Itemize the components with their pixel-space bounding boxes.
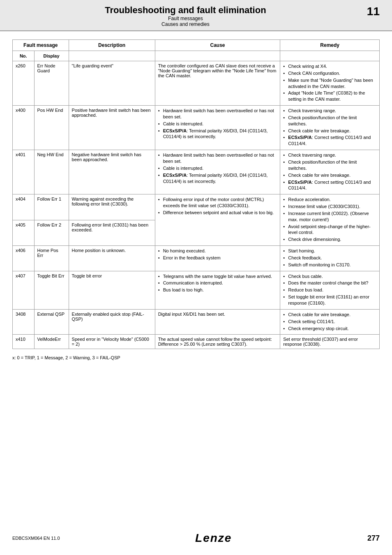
row-display: Toggle Bit Err [34, 271, 69, 309]
table-row: x407 Toggle Bit Err Toggle bit error Tel… [13, 271, 380, 309]
row-cause: Digital input X6/DI1 has been set. [155, 309, 280, 335]
table-row: x406 Home Pos Err Home position is unkno… [13, 246, 380, 271]
table-row: 3408 External QSP Externally enabled qui… [13, 309, 380, 335]
row-no: x410 [13, 335, 35, 349]
col-fault-message: Fault message [13, 40, 69, 51]
row-remedy: Start homing. Check feedback. Switch off… [280, 246, 380, 271]
row-no: x260 [13, 61, 35, 106]
row-no: x405 [13, 220, 35, 245]
row-display: Neg HW End [34, 150, 69, 194]
col-cause: Cause [155, 40, 280, 51]
row-remedy: Check traversing range. Check position/f… [280, 150, 380, 194]
row-cause: No homing executed. Error in the feedbac… [155, 246, 280, 271]
fault-table: Fault message Description Cause Remedy N… [12, 39, 380, 349]
col-display: Display [34, 51, 69, 61]
row-no: x400 [13, 106, 35, 150]
row-desc: Following error limit (C3031) has been e… [69, 220, 155, 245]
table-row: x401 Neg HW End Negative hardware limit … [13, 150, 380, 194]
table-row: x400 Pos HW End Positive hardware limit … [13, 106, 380, 150]
row-desc: Externally enabled quick stop (FAIL-QSP) [69, 309, 155, 335]
row-cause: The actual speed value cannot follow the… [155, 335, 280, 349]
row-no: x401 [13, 150, 35, 194]
row-remedy: Set error threshold (C3037) and error re… [280, 335, 380, 349]
chapter-number: 11 [359, 5, 380, 18]
row-no: 3408 [13, 309, 35, 335]
row-desc: Home position is unknown. [69, 246, 155, 271]
row-remedy: Check cable for wire breakage. Check set… [280, 309, 380, 335]
col-no: No. [13, 51, 35, 61]
row-remedy: Check traversing range. Check position/f… [280, 106, 380, 150]
page-number-footer: 277 [367, 534, 380, 543]
doc-id: EDBCSXM064 EN 11.0 [12, 536, 60, 541]
row-cause: Hardware limit switch has been overtrave… [155, 150, 280, 194]
row-remedy: Check bus cable. Does the master control… [280, 271, 380, 309]
lenze-logo: Lenze [195, 532, 232, 545]
row-display: Home Pos Err [34, 246, 69, 271]
page-header: Troubleshooting and fault elimination Fa… [0, 0, 392, 31]
row-cause: Hardware limit switch has been overtrave… [155, 106, 280, 150]
row-desc: Speed error in "Velocity Mode" (C5000 = … [69, 335, 155, 349]
row-display: Pos HW End [34, 106, 69, 150]
row-no: x407 [13, 271, 35, 309]
row-desc: Positive hardware limit switch has been … [69, 106, 155, 150]
row-desc: Warning against exceeding the following … [69, 194, 155, 220]
footer-note: x: 0 = TRIP, 1 = Message, 2 = Warning, 3… [12, 355, 380, 360]
table-row: x410 VelModeErr Speed error in "Velocity… [13, 335, 380, 349]
row-desc: Negative hardware limit switch has been … [69, 150, 155, 194]
col-remedy: Remedy [280, 40, 380, 51]
row-no: x406 [13, 246, 35, 271]
row-display: Follow Err 1 [34, 194, 69, 220]
row-desc: Toggle bit error [69, 271, 155, 309]
row-display: VelModeErr [34, 335, 69, 349]
row-cause: Telegrams with the same toggle bit value… [155, 271, 280, 309]
page-content: Fault message Description Cause Remedy N… [0, 31, 392, 368]
row-remedy: Check wiring at X4. Check CAN configurat… [280, 61, 380, 106]
row-no: x404 [13, 194, 35, 220]
table-row: x404 Follow Err 1 Warning against exceed… [13, 194, 380, 220]
row-cause: The controller configured as CAN slave d… [155, 61, 280, 106]
col-description: Description [69, 40, 155, 51]
page-subtitle1: Fault messages [168, 16, 203, 21]
page-subtitle2: Causes and remedies [161, 21, 210, 27]
row-desc: "Life guarding event" [69, 61, 155, 106]
page-title: Troubleshooting and fault elimination [105, 5, 266, 16]
row-display: External QSP [34, 309, 69, 335]
row-remedy: Reduce acceleration. Increase limit valu… [280, 194, 380, 246]
table-row: x260 Err Node Guard "Life guarding event… [13, 61, 380, 106]
row-display: Err Node Guard [34, 61, 69, 106]
row-display: Follow Err 2 [34, 220, 69, 245]
row-cause: Following error input of the motor contr… [155, 194, 280, 246]
